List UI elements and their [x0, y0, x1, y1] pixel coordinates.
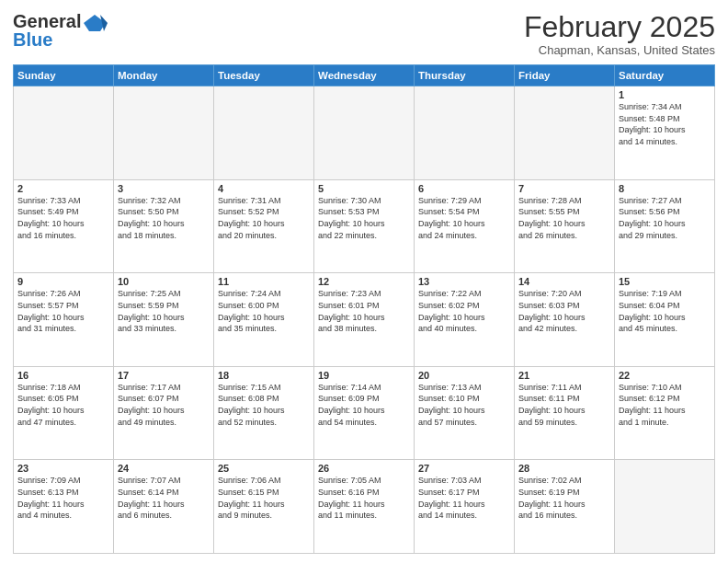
calendar-week-row: 16Sunrise: 7:18 AM Sunset: 6:05 PM Dayli…	[14, 366, 715, 460]
day-info: Sunrise: 7:15 AM Sunset: 6:08 PM Dayligh…	[218, 382, 310, 428]
location: Chapman, Kansas, United States	[524, 43, 715, 57]
calendar-cell: 28Sunrise: 7:02 AM Sunset: 6:19 PM Dayli…	[515, 460, 615, 554]
day-info: Sunrise: 7:33 AM Sunset: 5:49 PM Dayligh…	[17, 195, 109, 241]
header: General Blue February 2025 Chapman, Kans…	[13, 11, 715, 57]
day-number: 17	[118, 370, 210, 381]
calendar-header-tuesday: Tuesday	[214, 65, 314, 86]
day-info: Sunrise: 7:34 AM Sunset: 5:48 PM Dayligh…	[619, 101, 711, 147]
calendar-cell: 23Sunrise: 7:09 AM Sunset: 6:13 PM Dayli…	[14, 460, 114, 554]
day-number: 8	[619, 183, 711, 194]
calendar-cell: 16Sunrise: 7:18 AM Sunset: 6:05 PM Dayli…	[14, 366, 114, 460]
month-title: February 2025	[524, 11, 715, 43]
page: General Blue February 2025 Chapman, Kans…	[0, 0, 728, 563]
calendar-cell: 18Sunrise: 7:15 AM Sunset: 6:08 PM Dayli…	[214, 366, 314, 460]
calendar-cell: 19Sunrise: 7:14 AM Sunset: 6:09 PM Dayli…	[314, 366, 415, 460]
day-info: Sunrise: 7:10 AM Sunset: 6:12 PM Dayligh…	[619, 382, 711, 428]
day-info: Sunrise: 7:31 AM Sunset: 5:52 PM Dayligh…	[218, 195, 310, 241]
calendar-cell: 22Sunrise: 7:10 AM Sunset: 6:12 PM Dayli…	[615, 366, 715, 460]
day-info: Sunrise: 7:25 AM Sunset: 5:59 PM Dayligh…	[118, 288, 210, 334]
calendar-cell: 17Sunrise: 7:17 AM Sunset: 6:07 PM Dayli…	[114, 366, 214, 460]
calendar-header-wednesday: Wednesday	[314, 65, 415, 86]
calendar-table: SundayMondayTuesdayWednesdayThursdayFrid…	[13, 64, 715, 554]
day-number: 21	[518, 370, 610, 381]
day-number: 27	[418, 463, 510, 474]
calendar-cell: 13Sunrise: 7:22 AM Sunset: 6:02 PM Dayli…	[415, 273, 515, 367]
day-number: 11	[218, 276, 310, 287]
day-info: Sunrise: 7:20 AM Sunset: 6:03 PM Dayligh…	[518, 288, 610, 334]
day-info: Sunrise: 7:14 AM Sunset: 6:09 PM Dayligh…	[318, 382, 410, 428]
calendar-cell: 26Sunrise: 7:05 AM Sunset: 6:16 PM Dayli…	[314, 460, 415, 554]
calendar-cell	[314, 86, 415, 180]
day-number: 12	[318, 276, 410, 287]
day-number: 5	[318, 183, 410, 194]
calendar-cell: 5Sunrise: 7:30 AM Sunset: 5:53 PM Daylig…	[314, 179, 415, 273]
calendar-header-sunday: Sunday	[14, 65, 114, 86]
calendar-cell: 20Sunrise: 7:13 AM Sunset: 6:10 PM Dayli…	[415, 366, 515, 460]
day-info: Sunrise: 7:26 AM Sunset: 5:57 PM Dayligh…	[17, 288, 109, 334]
calendar-week-row: 1Sunrise: 7:34 AM Sunset: 5:48 PM Daylig…	[14, 86, 715, 180]
logo: General Blue	[13, 11, 108, 51]
day-number: 2	[17, 183, 109, 194]
day-info: Sunrise: 7:24 AM Sunset: 6:00 PM Dayligh…	[218, 288, 310, 334]
day-number: 26	[318, 463, 410, 474]
calendar-week-row: 9Sunrise: 7:26 AM Sunset: 5:57 PM Daylig…	[14, 273, 715, 367]
day-number: 7	[518, 183, 610, 194]
calendar-week-row: 2Sunrise: 7:33 AM Sunset: 5:49 PM Daylig…	[14, 179, 715, 273]
logo-blue-text: Blue	[13, 29, 52, 51]
day-number: 3	[118, 183, 210, 194]
day-number: 22	[619, 370, 711, 381]
day-info: Sunrise: 7:13 AM Sunset: 6:10 PM Dayligh…	[418, 382, 510, 428]
calendar-header-saturday: Saturday	[615, 65, 715, 86]
calendar-cell: 3Sunrise: 7:32 AM Sunset: 5:50 PM Daylig…	[114, 179, 214, 273]
calendar-cell: 6Sunrise: 7:29 AM Sunset: 5:54 PM Daylig…	[415, 179, 515, 273]
day-info: Sunrise: 7:05 AM Sunset: 6:16 PM Dayligh…	[318, 475, 410, 521]
calendar-cell	[114, 86, 214, 180]
calendar-cell: 8Sunrise: 7:27 AM Sunset: 5:56 PM Daylig…	[615, 179, 715, 273]
calendar-cell	[515, 86, 615, 180]
day-number: 4	[218, 183, 310, 194]
calendar-cell: 11Sunrise: 7:24 AM Sunset: 6:00 PM Dayli…	[214, 273, 314, 367]
calendar-cell: 9Sunrise: 7:26 AM Sunset: 5:57 PM Daylig…	[14, 273, 114, 367]
title-section: February 2025 Chapman, Kansas, United St…	[524, 11, 715, 57]
calendar-cell: 14Sunrise: 7:20 AM Sunset: 6:03 PM Dayli…	[515, 273, 615, 367]
day-info: Sunrise: 7:17 AM Sunset: 6:07 PM Dayligh…	[118, 382, 210, 428]
calendar-cell	[415, 86, 515, 180]
day-number: 16	[17, 370, 109, 381]
calendar-week-row: 23Sunrise: 7:09 AM Sunset: 6:13 PM Dayli…	[14, 460, 715, 554]
day-info: Sunrise: 7:28 AM Sunset: 5:55 PM Dayligh…	[518, 195, 610, 241]
calendar-header-thursday: Thursday	[415, 65, 515, 86]
day-number: 14	[518, 276, 610, 287]
day-info: Sunrise: 7:32 AM Sunset: 5:50 PM Dayligh…	[118, 195, 210, 241]
calendar-cell: 2Sunrise: 7:33 AM Sunset: 5:49 PM Daylig…	[14, 179, 114, 273]
calendar-header-friday: Friday	[515, 65, 615, 86]
calendar-cell: 7Sunrise: 7:28 AM Sunset: 5:55 PM Daylig…	[515, 179, 615, 273]
calendar-cell: 1Sunrise: 7:34 AM Sunset: 5:48 PM Daylig…	[615, 86, 715, 180]
calendar-cell	[214, 86, 314, 180]
calendar-cell: 15Sunrise: 7:19 AM Sunset: 6:04 PM Dayli…	[615, 273, 715, 367]
day-info: Sunrise: 7:23 AM Sunset: 6:01 PM Dayligh…	[318, 288, 410, 334]
day-info: Sunrise: 7:03 AM Sunset: 6:17 PM Dayligh…	[418, 475, 510, 521]
calendar-cell	[14, 86, 114, 180]
day-info: Sunrise: 7:19 AM Sunset: 6:04 PM Dayligh…	[619, 288, 711, 334]
day-number: 20	[418, 370, 510, 381]
day-info: Sunrise: 7:29 AM Sunset: 5:54 PM Dayligh…	[418, 195, 510, 241]
day-info: Sunrise: 7:11 AM Sunset: 6:11 PM Dayligh…	[518, 382, 610, 428]
day-number: 1	[619, 89, 711, 100]
day-number: 23	[17, 463, 109, 474]
day-info: Sunrise: 7:07 AM Sunset: 6:14 PM Dayligh…	[118, 475, 210, 521]
calendar-header-monday: Monday	[114, 65, 214, 86]
logo-general: General	[13, 11, 81, 31]
calendar-cell: 21Sunrise: 7:11 AM Sunset: 6:11 PM Dayli…	[515, 366, 615, 460]
day-info: Sunrise: 7:27 AM Sunset: 5:56 PM Dayligh…	[619, 195, 711, 241]
calendar-cell: 10Sunrise: 7:25 AM Sunset: 5:59 PM Dayli…	[114, 273, 214, 367]
day-number: 19	[318, 370, 410, 381]
day-number: 13	[418, 276, 510, 287]
calendar-cell: 4Sunrise: 7:31 AM Sunset: 5:52 PM Daylig…	[214, 179, 314, 273]
calendar-cell	[615, 460, 715, 554]
day-number: 10	[118, 276, 210, 287]
day-number: 25	[218, 463, 310, 474]
day-info: Sunrise: 7:30 AM Sunset: 5:53 PM Dayligh…	[318, 195, 410, 241]
day-info: Sunrise: 7:09 AM Sunset: 6:13 PM Dayligh…	[17, 475, 109, 521]
day-number: 6	[418, 183, 510, 194]
day-info: Sunrise: 7:22 AM Sunset: 6:02 PM Dayligh…	[418, 288, 510, 334]
